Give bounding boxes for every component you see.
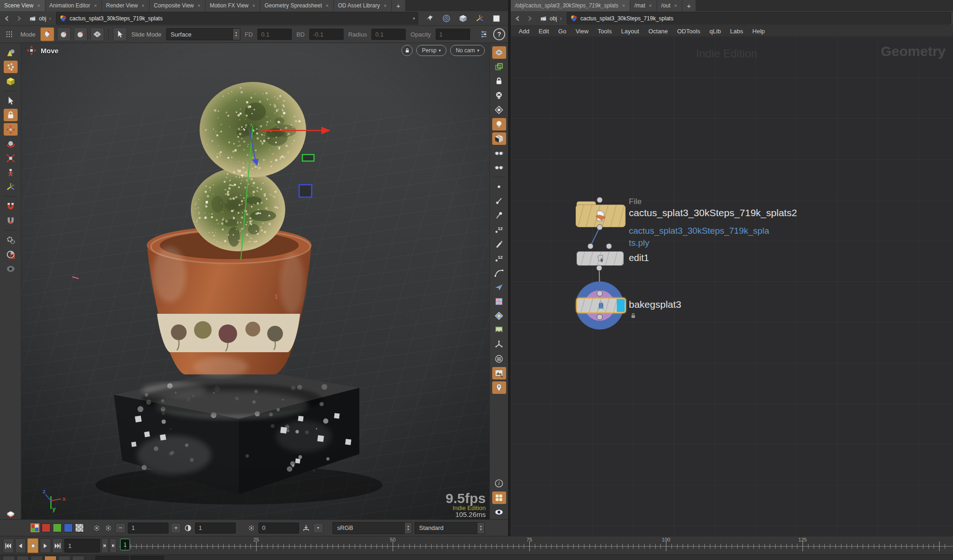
background-red-swatch[interactable]: [42, 523, 50, 532]
nav-forward-button[interactable]: [14, 13, 24, 24]
tab-close-icon[interactable]: ×: [197, 3, 201, 8]
point-markers-icon[interactable]: [492, 209, 506, 222]
gizmo-plane-handle-blue[interactable]: [299, 185, 312, 197]
menu-tools[interactable]: Tools: [594, 26, 616, 36]
scale-icon[interactable]: [4, 152, 18, 164]
mode-facet-button[interactable]: [90, 27, 104, 41]
pane-tab-2[interactable]: Render View×: [102, 0, 149, 11]
tool-options-icon[interactable]: [477, 28, 490, 41]
network-tab-0[interactable]: /obj/cactus_splat3_30kSteps_719k_splats×: [511, 0, 630, 11]
gamma-decrease-button[interactable]: −: [115, 523, 125, 533]
bake-node-name[interactable]: bakegsplat3: [629, 299, 681, 310]
persp-view-button[interactable]: Persp▾: [416, 45, 446, 56]
strip-button-3[interactable]: [31, 556, 43, 560]
info-icon[interactable]: [492, 477, 506, 490]
network-tab-2[interactable]: /out×: [657, 0, 682, 11]
menu-layout[interactable]: Layout: [617, 26, 643, 36]
mode-sculpt-button[interactable]: [74, 27, 88, 41]
next-keyframe-button[interactable]: [110, 538, 117, 553]
tab-close-icon[interactable]: ×: [94, 3, 97, 8]
snap-magnet-icon[interactable]: [4, 200, 18, 212]
bake-node[interactable]: [576, 298, 626, 313]
strip-button-4[interactable]: [44, 556, 56, 560]
breadcrumb-root[interactable]: obj ›: [26, 13, 54, 24]
snapshot-frame-icon[interactable]: [489, 12, 503, 25]
transform-axes-icon[interactable]: [4, 180, 18, 193]
background-blue-swatch[interactable]: [64, 523, 73, 532]
material-shading-icon[interactable]: [492, 132, 506, 145]
profile-curves-icon[interactable]: [492, 267, 506, 279]
strip-button-6[interactable]: [72, 556, 84, 560]
primitives-icon[interactable]: [4, 46, 18, 59]
view-location-icon[interactable]: [492, 381, 506, 394]
ghost-objects-icon[interactable]: [492, 104, 506, 116]
prev-keyframe-button[interactable]: [101, 538, 108, 553]
bd-field[interactable]: -0.1: [309, 29, 344, 40]
splat-brush-icon[interactable]: [4, 61, 18, 73]
viewport-layout-icon[interactable]: [492, 492, 506, 504]
edit-node-input1-dot[interactable]: [588, 243, 594, 249]
pane-tab-1[interactable]: Animation Editor×: [45, 0, 101, 11]
menu-view[interactable]: View: [571, 26, 593, 36]
bake-node-input-dot[interactable]: [597, 291, 603, 297]
menu-octane[interactable]: Octane: [644, 26, 672, 36]
path-dropdown-icon[interactable]: ▾: [410, 16, 418, 21]
tab-close-icon[interactable]: ×: [37, 3, 40, 8]
display-options-icon[interactable]: [492, 147, 506, 159]
radial-menu-icon[interactable]: [439, 12, 453, 25]
menu-qlib[interactable]: qLib: [705, 26, 725, 36]
gamma-field[interactable]: 1: [128, 523, 169, 534]
stop-button[interactable]: [27, 538, 38, 553]
current-frame-field[interactable]: 1: [64, 539, 100, 553]
bake-node-output-dot[interactable]: [597, 314, 603, 320]
pane-tab-5[interactable]: Geometry Spreadsheet×: [260, 0, 333, 11]
scene-viewport[interactable]: 1 Move Persp▾ No cam▾: [21, 43, 489, 519]
camera-lens-icon[interactable]: [4, 262, 18, 275]
timeline-ruler[interactable]: 1 255075100125: [119, 536, 953, 555]
point-numbers-icon[interactable]: [492, 224, 506, 236]
colorspace-select[interactable]: sRGB ▲▼: [332, 522, 412, 534]
file-node-output-dot[interactable]: [597, 224, 603, 230]
go-start-button[interactable]: [3, 538, 14, 553]
lighting-icon[interactable]: [492, 118, 506, 131]
snap-options-icon[interactable]: [4, 214, 18, 227]
help-button[interactable]: ?: [493, 28, 505, 40]
opacity-field[interactable]: 1: [436, 29, 470, 40]
hide-objects-icon[interactable]: [492, 89, 506, 102]
shading-mode-icon[interactable]: [492, 46, 506, 59]
network-back-button[interactable]: [513, 13, 523, 24]
lut-select[interactable]: Standard ▲▼: [414, 522, 485, 534]
cube-tool-icon[interactable]: [4, 75, 18, 87]
menu-labs[interactable]: Labs: [726, 26, 747, 36]
tab-close-icon[interactable]: ×: [674, 3, 677, 8]
file-node-input-dot[interactable]: [597, 197, 603, 203]
select-icon[interactable]: [4, 94, 18, 107]
radius-field[interactable]: 0.1: [371, 29, 406, 40]
tab-close-icon[interactable]: ×: [621, 3, 625, 8]
view-pivot-icon[interactable]: [492, 310, 506, 322]
pose-icon[interactable]: [4, 166, 18, 179]
add-pane-tab-button[interactable]: +: [392, 0, 405, 11]
play-reverse-button[interactable]: [15, 538, 26, 553]
network-path-field[interactable]: cactus_splat3_30kSteps_719k_splats: [567, 12, 951, 25]
edit-node-name[interactable]: edit1: [629, 253, 649, 263]
tab-close-icon[interactable]: ×: [252, 3, 256, 8]
render-region-icon[interactable]: [4, 248, 18, 261]
tab-close-icon[interactable]: ×: [325, 3, 329, 8]
bake-node-cyan-flag[interactable]: [617, 299, 625, 312]
tab-close-icon[interactable]: ×: [648, 3, 652, 8]
add-network-tab-button[interactable]: +: [682, 0, 696, 11]
gamma-increase-button[interactable]: +: [171, 523, 181, 533]
gizmo-plane-handle-green[interactable]: [302, 155, 314, 161]
strip-button-5[interactable]: [58, 556, 70, 560]
prim-markers-icon[interactable]: [492, 238, 506, 250]
play-button[interactable]: [40, 538, 51, 553]
pick-tool-button[interactable]: [113, 27, 127, 41]
pane-tab-6[interactable]: OD Asset Library×: [334, 0, 391, 11]
pane-tab-0[interactable]: Scene View×: [0, 0, 45, 11]
strip-field-1[interactable]: [95, 556, 129, 560]
edit-node[interactable]: [577, 251, 624, 266]
background-checker-swatch[interactable]: [75, 523, 84, 532]
move-icon[interactable]: [4, 123, 18, 136]
menu-odtools[interactable]: ODTools: [673, 26, 704, 36]
